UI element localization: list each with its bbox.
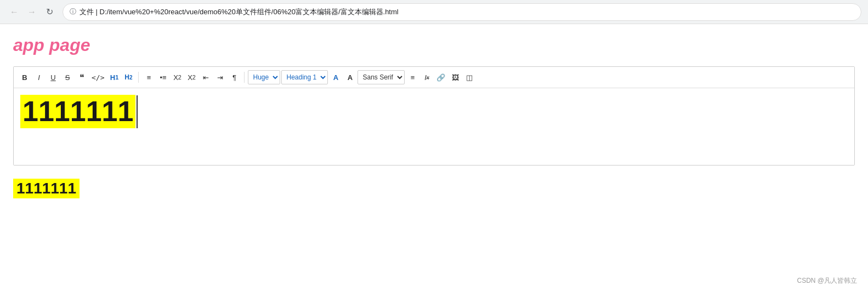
clear-format-button[interactable]: Ix [420,70,433,84]
paragraph-button[interactable]: ¶ [228,70,241,84]
address-icon: ⓘ [70,7,76,16]
forward-button[interactable]: → [24,4,39,20]
quote-button[interactable]: ❝ [75,70,88,84]
editor-container: B I U S ❝ </> H1 H2 ≡ •≡ X2 X2 ⇤ ⇥ ¶ Hug… [13,66,855,166]
h2-button[interactable]: H2 [122,70,135,84]
font-select[interactable]: Sans Serif [358,70,405,84]
reload-button[interactable]: ↻ [42,4,57,20]
indent-right-button[interactable]: ⇥ [213,70,226,84]
toolbar: B I U S ❝ </> H1 H2 ≡ •≡ X2 X2 ⇤ ⇥ ¶ Hug… [14,67,854,88]
video-button[interactable]: ◫ [463,70,476,84]
superscript-button[interactable]: X2 [185,70,198,84]
separator-2 [244,72,245,83]
align-button[interactable]: ≡ [406,70,419,84]
bold-button[interactable]: B [18,70,31,84]
h1-button[interactable]: H1 [107,70,121,84]
heading-select[interactable]: Heading 1 [281,70,328,84]
address-text: 文件 | D:/item/vue%20+%20react/vue/demo6%2… [80,7,399,17]
code-button[interactable]: </> [89,70,106,84]
link-button[interactable]: 🔗 [434,70,447,84]
ordered-list-button[interactable]: ≡ [142,70,155,84]
size-select[interactable]: Huge [248,70,280,84]
italic-button[interactable]: I [32,70,46,84]
text-cursor [137,95,138,128]
output-text: 1111111 [13,179,80,198]
subscript-button[interactable]: X2 [171,70,184,84]
back-button[interactable]: ← [7,4,22,20]
page-content: app page B I U S ❝ </> H1 H2 ≡ •≡ X2 X2 … [0,24,868,209]
footer-credit: CSDN @凡人皆韩立 [797,276,857,286]
color-a-dark-button[interactable]: A [343,70,356,84]
browser-chrome: ← → ↻ ⓘ 文件 | D:/item/vue%20+%20react/vue… [0,0,868,24]
app-title: app page [13,35,855,55]
editor-content-line: 1111111 [20,95,135,128]
separator-1 [138,72,139,83]
indent-left-button[interactable]: ⇤ [199,70,212,84]
color-a-blue-button[interactable]: A [329,70,342,84]
image-button[interactable]: 🖼 [449,70,462,84]
strikethrough-button[interactable]: S [61,70,74,84]
editor-text: 1111111 [22,95,133,127]
nav-buttons: ← → ↻ [7,4,57,20]
unordered-list-button[interactable]: •≡ [156,70,169,84]
underline-button[interactable]: U [47,70,60,84]
editor-body[interactable]: 1111111 [14,88,854,165]
address-bar[interactable]: ⓘ 文件 | D:/item/vue%20+%20react/vue/demo6… [63,3,861,21]
